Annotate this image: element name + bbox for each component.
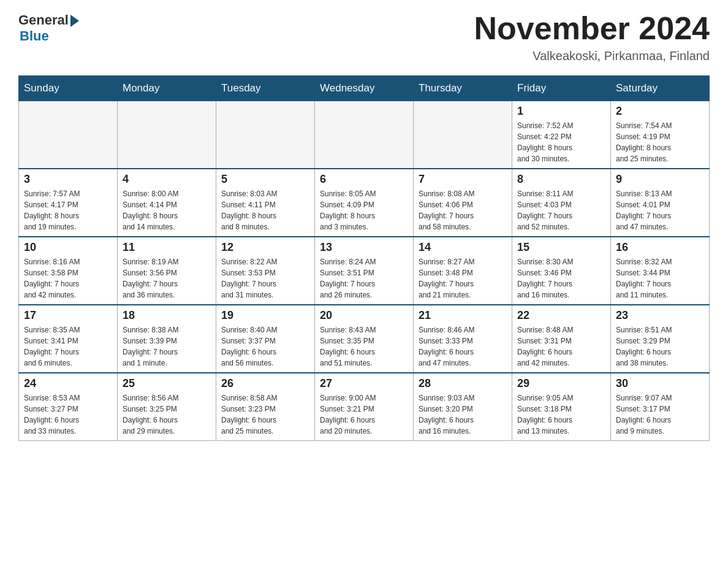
week-row-2: 3Sunrise: 7:57 AM Sunset: 4:17 PM Daylig…	[19, 169, 710, 237]
day-info: Sunrise: 8:38 AM Sunset: 3:39 PM Dayligh…	[123, 324, 211, 369]
calendar-cell: 25Sunrise: 8:56 AM Sunset: 3:25 PM Dayli…	[118, 373, 216, 441]
day-number: 6	[320, 173, 408, 186]
calendar-cell: 27Sunrise: 9:00 AM Sunset: 3:21 PM Dayli…	[315, 373, 414, 441]
day-number: 8	[517, 173, 605, 186]
calendar-cell: 2Sunrise: 7:54 AM Sunset: 4:19 PM Daylig…	[611, 101, 710, 169]
week-row-5: 24Sunrise: 8:53 AM Sunset: 3:27 PM Dayli…	[19, 373, 710, 441]
header-thursday: Thursday	[414, 76, 512, 101]
day-info: Sunrise: 8:40 AM Sunset: 3:37 PM Dayligh…	[221, 324, 309, 369]
day-number: 19	[221, 309, 309, 322]
calendar-cell: 5Sunrise: 8:03 AM Sunset: 4:11 PM Daylig…	[216, 169, 315, 237]
day-info: Sunrise: 8:03 AM Sunset: 4:11 PM Dayligh…	[221, 188, 309, 232]
day-number: 26	[221, 377, 309, 390]
day-info: Sunrise: 9:03 AM Sunset: 3:20 PM Dayligh…	[419, 393, 507, 437]
day-info: Sunrise: 8:35 AM Sunset: 3:41 PM Dayligh…	[24, 324, 112, 369]
calendar-cell: 13Sunrise: 8:24 AM Sunset: 3:51 PM Dayli…	[315, 237, 414, 305]
day-info: Sunrise: 8:00 AM Sunset: 4:14 PM Dayligh…	[123, 188, 211, 232]
calendar-cell: 10Sunrise: 8:16 AM Sunset: 3:58 PM Dayli…	[19, 237, 118, 305]
calendar-cell: 29Sunrise: 9:05 AM Sunset: 3:18 PM Dayli…	[512, 373, 611, 441]
day-number: 20	[320, 309, 408, 322]
calendar-cell: 7Sunrise: 8:08 AM Sunset: 4:06 PM Daylig…	[414, 169, 512, 237]
calendar-cell: 15Sunrise: 8:30 AM Sunset: 3:46 PM Dayli…	[512, 237, 611, 305]
day-number: 28	[419, 377, 507, 390]
calendar-cell: 8Sunrise: 8:11 AM Sunset: 4:03 PM Daylig…	[512, 169, 611, 237]
calendar-cell: 12Sunrise: 8:22 AM Sunset: 3:53 PM Dayli…	[216, 237, 315, 305]
calendar-cell: 6Sunrise: 8:05 AM Sunset: 4:09 PM Daylig…	[315, 169, 414, 237]
calendar-cell: 28Sunrise: 9:03 AM Sunset: 3:20 PM Dayli…	[414, 373, 512, 441]
day-info: Sunrise: 8:53 AM Sunset: 3:27 PM Dayligh…	[24, 393, 112, 437]
logo-general-text: General	[18, 12, 69, 28]
day-number: 24	[24, 377, 112, 390]
calendar-table: SundayMondayTuesdayWednesdayThursdayFrid…	[18, 75, 710, 441]
calendar-cell: 17Sunrise: 8:35 AM Sunset: 3:41 PM Dayli…	[19, 305, 118, 373]
day-info: Sunrise: 8:30 AM Sunset: 3:46 PM Dayligh…	[517, 256, 605, 301]
title-section: November 2024 Valkeakoski, Pirkanmaa, Fi…	[474, 12, 710, 63]
day-number: 18	[123, 309, 211, 322]
day-info: Sunrise: 8:16 AM Sunset: 3:58 PM Dayligh…	[24, 256, 112, 301]
page-header: General Blue November 2024 Valkeakoski, …	[18, 12, 710, 63]
logo-arrow-icon	[70, 15, 79, 27]
calendar-cell: 16Sunrise: 8:32 AM Sunset: 3:44 PM Dayli…	[611, 237, 710, 305]
location-text: Valkeakoski, Pirkanmaa, Finland	[474, 49, 710, 63]
day-info: Sunrise: 7:52 AM Sunset: 4:22 PM Dayligh…	[517, 120, 605, 164]
day-info: Sunrise: 7:54 AM Sunset: 4:19 PM Dayligh…	[616, 120, 704, 164]
header-monday: Monday	[118, 76, 216, 101]
calendar-cell: 14Sunrise: 8:27 AM Sunset: 3:48 PM Dayli…	[414, 237, 512, 305]
day-info: Sunrise: 8:27 AM Sunset: 3:48 PM Dayligh…	[419, 256, 507, 301]
month-title: November 2024	[474, 12, 710, 44]
day-number: 7	[419, 173, 507, 186]
day-info: Sunrise: 8:24 AM Sunset: 3:51 PM Dayligh…	[320, 256, 408, 301]
day-info: Sunrise: 8:48 AM Sunset: 3:31 PM Dayligh…	[517, 324, 605, 369]
day-info: Sunrise: 7:57 AM Sunset: 4:17 PM Dayligh…	[24, 188, 112, 232]
day-info: Sunrise: 8:32 AM Sunset: 3:44 PM Dayligh…	[616, 256, 704, 301]
calendar-cell: 20Sunrise: 8:43 AM Sunset: 3:35 PM Dayli…	[315, 305, 414, 373]
day-info: Sunrise: 9:07 AM Sunset: 3:17 PM Dayligh…	[616, 393, 704, 437]
day-number: 29	[517, 377, 605, 390]
calendar-cell	[118, 101, 216, 169]
day-number: 9	[616, 173, 704, 186]
day-number: 1	[517, 105, 605, 118]
calendar-cell: 22Sunrise: 8:48 AM Sunset: 3:31 PM Dayli…	[512, 305, 611, 373]
day-number: 4	[123, 173, 211, 186]
calendar-cell: 9Sunrise: 8:13 AM Sunset: 4:01 PM Daylig…	[611, 169, 710, 237]
day-info: Sunrise: 8:11 AM Sunset: 4:03 PM Dayligh…	[517, 188, 605, 232]
day-info: Sunrise: 8:58 AM Sunset: 3:23 PM Dayligh…	[221, 393, 309, 437]
day-number: 22	[517, 309, 605, 322]
header-sunday: Sunday	[19, 76, 118, 101]
day-info: Sunrise: 8:05 AM Sunset: 4:09 PM Dayligh…	[320, 188, 408, 232]
calendar-cell: 18Sunrise: 8:38 AM Sunset: 3:39 PM Dayli…	[118, 305, 216, 373]
logo: General Blue	[18, 12, 79, 44]
calendar-cell: 3Sunrise: 7:57 AM Sunset: 4:17 PM Daylig…	[19, 169, 118, 237]
calendar-cell: 4Sunrise: 8:00 AM Sunset: 4:14 PM Daylig…	[118, 169, 216, 237]
day-info: Sunrise: 8:22 AM Sunset: 3:53 PM Dayligh…	[221, 256, 309, 301]
day-info: Sunrise: 8:43 AM Sunset: 3:35 PM Dayligh…	[320, 324, 408, 369]
day-info: Sunrise: 8:08 AM Sunset: 4:06 PM Dayligh…	[419, 188, 507, 232]
calendar-cell: 23Sunrise: 8:51 AM Sunset: 3:29 PM Dayli…	[611, 305, 710, 373]
day-number: 16	[616, 241, 704, 254]
logo-blue-text: Blue	[20, 28, 49, 44]
calendar-cell	[216, 101, 315, 169]
day-number: 14	[419, 241, 507, 254]
day-number: 23	[616, 309, 704, 322]
calendar-cell: 24Sunrise: 8:53 AM Sunset: 3:27 PM Dayli…	[19, 373, 118, 441]
header-wednesday: Wednesday	[315, 76, 414, 101]
day-number: 30	[616, 377, 704, 390]
header-tuesday: Tuesday	[216, 76, 315, 101]
week-row-1: 1Sunrise: 7:52 AM Sunset: 4:22 PM Daylig…	[19, 101, 710, 169]
calendar-header-row: SundayMondayTuesdayWednesdayThursdayFrid…	[19, 76, 710, 101]
day-number: 15	[517, 241, 605, 254]
day-number: 27	[320, 377, 408, 390]
header-friday: Friday	[512, 76, 611, 101]
week-row-3: 10Sunrise: 8:16 AM Sunset: 3:58 PM Dayli…	[19, 237, 710, 305]
day-info: Sunrise: 8:13 AM Sunset: 4:01 PM Dayligh…	[616, 188, 704, 232]
header-saturday: Saturday	[611, 76, 710, 101]
day-number: 25	[123, 377, 211, 390]
day-info: Sunrise: 9:00 AM Sunset: 3:21 PM Dayligh…	[320, 393, 408, 437]
day-info: Sunrise: 8:19 AM Sunset: 3:56 PM Dayligh…	[123, 256, 211, 301]
week-row-4: 17Sunrise: 8:35 AM Sunset: 3:41 PM Dayli…	[19, 305, 710, 373]
calendar-cell: 1Sunrise: 7:52 AM Sunset: 4:22 PM Daylig…	[512, 101, 611, 169]
day-number: 3	[24, 173, 112, 186]
calendar-cell: 30Sunrise: 9:07 AM Sunset: 3:17 PM Dayli…	[611, 373, 710, 441]
calendar-cell	[414, 101, 512, 169]
day-info: Sunrise: 8:56 AM Sunset: 3:25 PM Dayligh…	[123, 393, 211, 437]
